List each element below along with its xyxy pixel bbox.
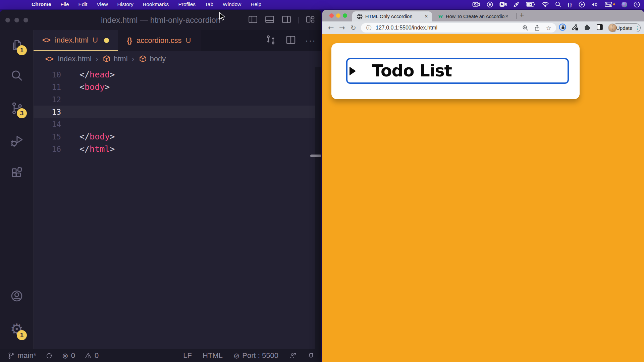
menu-bookmarks[interactable]: Bookmarks [143,1,169,7]
toggle-secondary-sidebar-icon[interactable] [281,15,291,25]
notifications-bell-button[interactable] [307,352,315,359]
more-actions-icon[interactable]: ··· [305,37,316,44]
siri-icon[interactable] [622,0,627,9]
breadcrumb-html[interactable]: html [114,55,128,63]
editor-tab-accordion-css[interactable]: {} accordion.css U [118,30,202,51]
split-editor-icon[interactable] [285,34,297,47]
explorer-badge: 1 [17,45,27,55]
clock-icon[interactable] [634,0,640,9]
notification-dot [613,3,615,5]
minimize-window-button[interactable] [336,13,340,18]
eol-indicator[interactable]: LF [183,351,192,360]
close-tab-icon[interactable]: × [425,13,428,20]
feedback-button[interactable] [289,352,297,359]
code-line-13-current[interactable]: 13 [34,106,321,118]
screen-record-camera-icon[interactable] [472,0,480,9]
language-mode[interactable]: HTML [203,351,223,360]
breadcrumb-separator: › [96,54,98,64]
error-icon: ⊗ [62,352,68,360]
menu-window[interactable]: Window [223,1,241,7]
menu-profiles[interactable]: Profiles [178,1,196,7]
run-debug-icon[interactable] [0,134,34,148]
code-editor[interactable]: 10 </head> 11 <body> 12 13 14 15 </body>… [34,67,321,349]
site-info-icon[interactable]: ⓘ [366,24,372,32]
code-line-14[interactable]: 14 [34,118,321,130]
line-number: 11 [34,83,61,92]
browser-menu-icon[interactable]: ⋮ [635,26,639,30]
toggle-panel-icon[interactable] [265,15,275,25]
menu-chrome[interactable]: Chrome [32,1,51,7]
tab-how-to-create-accordion[interactable]: W How To Create an Accordion × [433,11,513,21]
address-bar[interactable]: ⓘ 127.0.0.1:5500/index.html ☆ [361,23,556,33]
extensions-icon[interactable] [0,166,34,180]
errors-status[interactable]: ⊗ 0 [62,351,75,360]
battery-charging-icon[interactable] [526,0,535,9]
code-line-15[interactable]: 15 </body> [34,130,321,143]
git-branch-status[interactable]: main* [7,351,36,360]
control-center-icon[interactable] [605,0,615,9]
braces-menu-icon[interactable]: {} [568,0,572,9]
accordion-card: Todo List [331,43,580,99]
vscode-activity-bar: 1 3 ⚙ 1 [0,30,34,349]
unsaved-dot-icon[interactable] [104,38,109,43]
menu-view[interactable]: View [97,1,108,7]
menu-tab[interactable]: Tab [205,1,213,7]
rocket-icon[interactable] [513,0,520,9]
new-tab-button[interactable]: + [520,11,524,20]
search-icon[interactable] [555,0,561,9]
breadcrumb-file[interactable]: index.html [58,55,92,63]
code-line-11[interactable]: 11 <body> [34,81,321,93]
warnings-status[interactable]: 0 [85,351,99,360]
vscode-titlebar[interactable]: index.html — html-only-accordion [0,10,321,30]
dark-mode-extension-icon[interactable] [596,23,604,33]
video-camera-icon[interactable] [499,0,507,9]
close-tab-icon[interactable]: × [505,13,508,20]
menu-help[interactable]: Help [251,1,261,7]
forward-button[interactable]: → [339,21,345,34]
tab-html-only-accordion[interactable]: HTML Only Accordion × [352,11,432,21]
tab-title: HTML Only Accordion [365,14,425,19]
breadcrumb-body[interactable]: body [150,55,166,63]
accounts-icon[interactable] [0,289,34,303]
bell-icon [307,352,315,359]
open-changes-icon[interactable] [265,34,276,47]
menu-file[interactable]: File [61,1,69,7]
customize-layout-icon[interactable] [305,15,315,25]
accordion-summary[interactable]: Todo List [346,58,569,84]
symbol-cube-icon [102,55,111,63]
record-icon[interactable] [487,0,493,9]
update-chrome-button[interactable]: Update ⋮ [612,23,641,32]
w3schools-favicon: W [438,14,443,19]
line-number: 13 [34,108,61,116]
vscode-status-bar: main* ⊗ 0 0 LF HTML ⊘ Port [0,349,321,362]
editor-tab-index-html[interactable]: <> index.html U [34,30,118,51]
wifi-icon[interactable] [542,0,549,9]
code-line-12[interactable]: 12 [34,93,321,106]
extension-icons [558,21,617,34]
toggle-primary-sidebar-icon[interactable] [248,15,258,25]
close-window-button[interactable] [329,13,334,18]
titlebar-divider [298,17,299,23]
share-icon[interactable] [534,25,540,31]
zoom-page-icon[interactable] [522,25,528,31]
reload-button[interactable]: ↻ [351,21,356,34]
sync-changes-button[interactable] [46,352,53,359]
back-button[interactable]: ← [328,21,334,34]
bookmark-star-icon[interactable]: ☆ [546,24,551,32]
code-line-10[interactable]: 10 </head> [34,68,321,81]
extensions-puzzle-icon[interactable] [583,23,591,33]
settings-badge: 1 [17,330,27,340]
menu-history[interactable]: History [117,1,133,7]
zoom-window-button[interactable] [343,13,347,18]
globe-favicon [357,14,363,19]
code-line-16[interactable]: 16 </html> [34,143,321,155]
play-circle-icon[interactable] [579,0,585,9]
live-server-port[interactable]: ⊘ Port : 5500 [233,351,278,360]
search-sidebar-icon[interactable] [0,68,34,82]
volume-icon[interactable] [591,0,598,9]
color-picker-extension-icon[interactable] [571,23,579,33]
line-number: 10 [34,70,61,79]
privacy-extension-icon[interactable] [558,23,567,33]
menu-edit[interactable]: Edit [78,1,88,7]
url-text[interactable]: 127.0.0.1:5500/index.html [376,25,437,31]
